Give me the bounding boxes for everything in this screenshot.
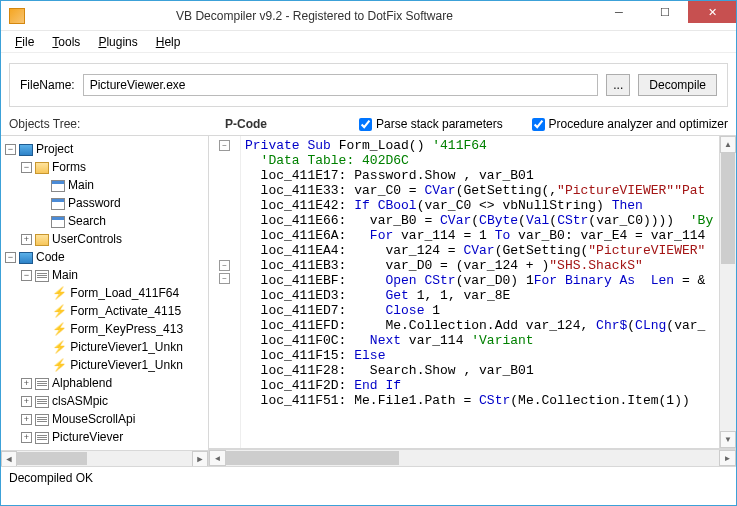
menu-help[interactable]: Help — [148, 33, 189, 51]
tree-item[interactable]: Alphablend — [52, 376, 112, 390]
code-scrollbar-v[interactable]: ▲▼ — [719, 136, 736, 448]
folder-icon — [35, 234, 49, 246]
tree-toggle[interactable]: + — [21, 432, 32, 443]
app-icon — [9, 8, 25, 24]
bolt-icon: ⚡ — [51, 286, 67, 300]
tree-toggle[interactable]: − — [5, 252, 16, 263]
form-icon — [51, 198, 65, 210]
tree-toggle[interactable]: − — [21, 270, 32, 281]
tree-item[interactable]: Form_KeyPress_413 — [70, 322, 183, 336]
tree-toggle[interactable]: + — [21, 234, 32, 245]
tree-item[interactable]: PictureViever1_Unkn — [70, 358, 183, 372]
tree-toggle[interactable]: + — [21, 414, 32, 425]
filename-label: FileName: — [20, 78, 75, 92]
code-scrollbar-h[interactable]: ◄► — [209, 449, 736, 466]
form-icon — [51, 180, 65, 192]
menu-tools[interactable]: Tools — [44, 33, 88, 51]
bolt-icon: ⚡ — [51, 322, 67, 336]
module-icon — [35, 270, 49, 282]
tree-item[interactable]: PictureViever — [52, 430, 123, 444]
module-icon — [35, 432, 49, 444]
tree-toggle[interactable]: + — [21, 396, 32, 407]
folder-icon — [35, 162, 49, 174]
menu-file[interactable]: File — [7, 33, 42, 51]
fold-toggle[interactable]: − — [219, 260, 230, 271]
project-icon — [19, 144, 33, 156]
pcode-label: P-Code — [225, 117, 335, 131]
tree-item[interactable]: Main — [68, 178, 94, 192]
code-gutter: − − − — [209, 136, 241, 448]
tree-item[interactable]: MouseScrollApi — [52, 412, 135, 426]
filename-input[interactable] — [83, 74, 599, 96]
tree-item[interactable]: PictureViever1_Unkn — [70, 340, 183, 354]
parse-stack-checkbox[interactable]: Parse stack parameters — [359, 117, 503, 131]
objects-tree-label: Objects Tree: — [9, 117, 201, 131]
menu-plugins[interactable]: Plugins — [90, 33, 145, 51]
decompile-button[interactable]: Decompile — [638, 74, 717, 96]
code-icon — [19, 252, 33, 264]
tree-item[interactable]: Form_Load_411F64 — [70, 286, 179, 300]
tree-scrollbar-h[interactable]: ◄► — [1, 450, 208, 466]
tree-project[interactable]: Project — [36, 142, 73, 156]
bolt-icon: ⚡ — [51, 304, 67, 318]
maximize-button[interactable]: ☐ — [642, 1, 688, 23]
code-view[interactable]: Private Sub Form_Load() '411F64 'Data Ta… — [241, 136, 719, 448]
bolt-icon: ⚡ — [51, 340, 67, 354]
tree-usercontrols[interactable]: UserControls — [52, 232, 122, 246]
tree-forms[interactable]: Forms — [52, 160, 86, 174]
tree-code[interactable]: Code — [36, 250, 65, 264]
module-icon — [35, 396, 49, 408]
module-icon — [35, 378, 49, 390]
fold-toggle[interactable]: − — [219, 140, 230, 151]
tree-toggle[interactable]: − — [21, 162, 32, 173]
tree-item[interactable]: Password — [68, 196, 121, 210]
fold-toggle[interactable]: − — [219, 273, 230, 284]
module-icon — [35, 414, 49, 426]
tree-item[interactable]: Form_Activate_4115 — [70, 304, 181, 318]
tree-code-main[interactable]: Main — [52, 268, 78, 282]
window-title: VB Decompiler v9.2 - Registered to DotFi… — [33, 9, 596, 23]
close-button[interactable]: ✕ — [688, 1, 736, 23]
tree-item[interactable]: Search — [68, 214, 106, 228]
bolt-icon: ⚡ — [51, 358, 67, 372]
status-bar: Decompiled OK — [1, 466, 736, 488]
tree-toggle[interactable]: + — [21, 378, 32, 389]
objects-tree[interactable]: −Project −Forms MainPasswordSearch +User… — [1, 136, 209, 466]
tree-item[interactable]: clsASMpic — [52, 394, 108, 408]
form-icon — [51, 216, 65, 228]
tree-toggle[interactable]: − — [5, 144, 16, 155]
proc-analyzer-checkbox[interactable]: Procedure analyzer and optimizer — [532, 117, 728, 131]
minimize-button[interactable]: ─ — [596, 1, 642, 23]
browse-button[interactable]: ... — [606, 74, 630, 96]
